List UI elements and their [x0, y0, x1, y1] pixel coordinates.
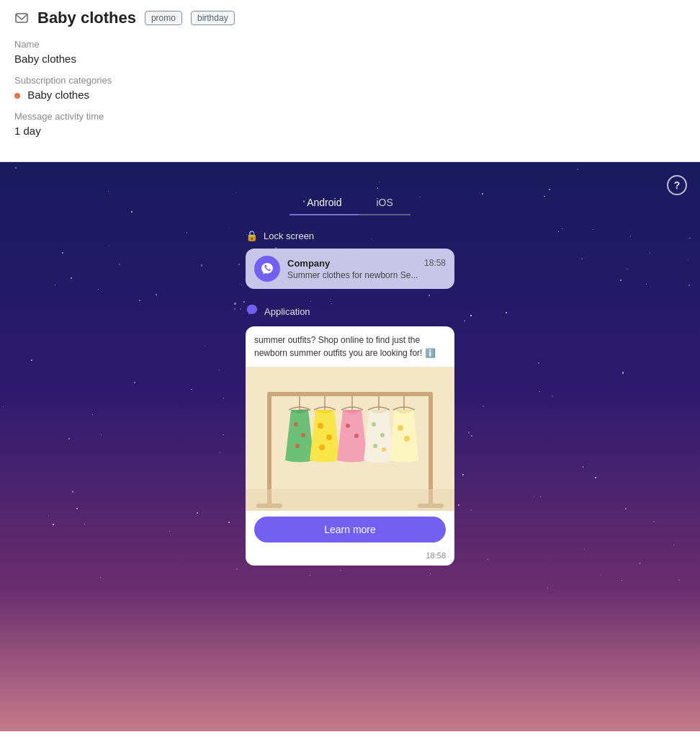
tab-ios[interactable]: iOS [359, 191, 410, 215]
svg-point-16 [346, 424, 350, 428]
activity-section: Message activity time 1 day [14, 111, 686, 137]
svg-point-13 [326, 434, 332, 440]
preview-area: ? Android iOS 🔒 Lock screen Company 18:5… [0, 162, 700, 731]
app-label: Application [264, 306, 310, 317]
subscription-value: Baby clothes [14, 89, 686, 101]
notification-time: 18:58 [424, 258, 446, 268]
notification-company: Company [287, 258, 330, 269]
svg-point-12 [318, 423, 323, 429]
top-panel: Baby clothes promo birthday Name Baby cl… [0, 0, 700, 162]
svg-rect-26 [246, 489, 454, 511]
notification-content: Company 18:58 Summer clothes for newborn… [287, 258, 446, 280]
badge-promo: promo [145, 11, 182, 25]
activity-label: Message activity time [14, 111, 686, 122]
svg-rect-0 [16, 14, 27, 22]
name-label: Name [14, 39, 686, 50]
subscription-label: Subscription categories [14, 75, 686, 86]
message-card: summer outfits? Shop online to find just… [246, 326, 454, 566]
learn-more-button[interactable]: Learn more [254, 517, 446, 542]
notification-card: Company 18:58 Summer clothes for newborn… [246, 249, 454, 289]
name-section: Name Baby clothes [14, 39, 686, 65]
app-section: Application [246, 303, 454, 319]
badge-birthday: birthday [191, 11, 235, 25]
top-header: Baby clothes promo birthday [14, 9, 686, 27]
svg-rect-2 [267, 392, 433, 396]
lock-screen-label: Lock screen [264, 231, 314, 241]
lock-screen-section: 🔒 Lock screen [246, 230, 454, 241]
svg-point-8 [294, 422, 298, 426]
svg-point-20 [380, 433, 385, 437]
tab-android[interactable]: Android [290, 191, 359, 215]
viber-app-icon [246, 303, 259, 319]
svg-point-22 [382, 447, 386, 452]
notification-header: Company 18:58 [287, 258, 446, 269]
mail-icon [14, 11, 29, 25]
subscription-section: Subscription categories Baby clothes [14, 75, 686, 101]
message-time: 18:58 [246, 548, 454, 566]
category-dot [14, 93, 20, 99]
name-value: Baby clothes [14, 53, 686, 65]
svg-point-9 [301, 433, 305, 437]
notification-text: Summer clothes for newborn Se... [287, 270, 446, 280]
svg-point-14 [319, 445, 325, 450]
phone-preview: 🔒 Lock screen Company 18:58 Summer cloth… [246, 230, 454, 573]
svg-point-19 [372, 422, 376, 426]
message-text: summer outfits? Shop online to find just… [246, 326, 454, 367]
device-tabs: Android iOS [290, 191, 410, 215]
svg-point-24 [398, 425, 403, 431]
help-button[interactable]: ? [667, 175, 687, 195]
lock-icon: 🔒 [246, 230, 258, 241]
activity-value: 1 day [14, 125, 686, 137]
svg-point-21 [373, 444, 377, 448]
viber-icon [254, 256, 280, 282]
svg-point-10 [295, 444, 300, 448]
svg-point-17 [354, 434, 359, 438]
page-title: Baby clothes [37, 9, 136, 27]
message-image [246, 367, 454, 511]
svg-point-25 [404, 436, 410, 442]
